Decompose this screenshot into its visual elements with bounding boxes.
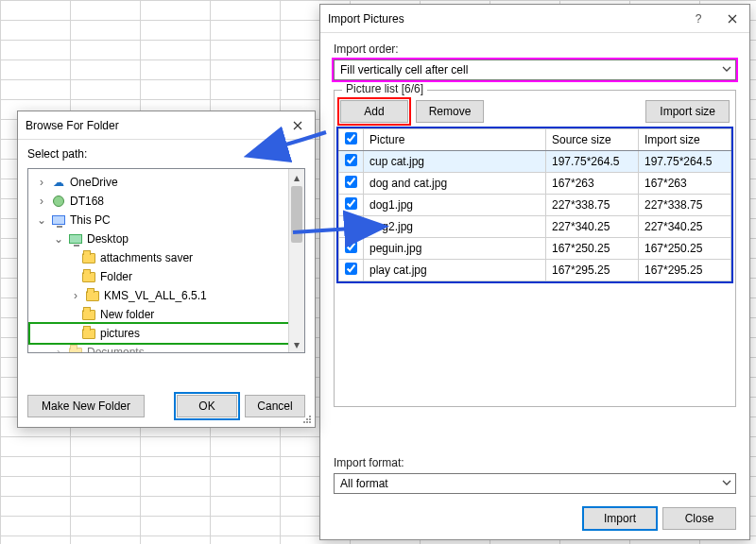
tree-label: Documents [87,346,145,353]
select-path-label: Select path: [27,147,305,161]
cancel-button[interactable]: Cancel [245,395,305,417]
scroll-up-icon[interactable]: ▴ [289,169,304,185]
col-source[interactable]: Source size [546,129,639,151]
tree-node-user[interactable]: › DT168 [30,192,302,211]
resize-grip-icon[interactable] [301,414,313,425]
tree-label: This PC [70,213,111,227]
folder-icon [81,269,96,284]
cell-source: 167*263 [546,173,639,195]
row-checkbox[interactable] [345,176,357,188]
tree-label: pictures [100,327,140,340]
import-size-button[interactable]: Import size [645,100,730,123]
expand-icon[interactable]: › [70,289,81,302]
cell-picture: dog1.jpg [364,195,546,216]
scrollbar[interactable]: ▴ ▾ [288,169,304,352]
ok-button[interactable]: OK [177,395,237,417]
import-format-dropdown[interactable]: All format [334,473,736,494]
collapse-icon[interactable]: ⌄ [36,213,47,227]
tree-node-onedrive[interactable]: › ☁ OneDrive [30,173,302,192]
titlebar[interactable]: Import Pictures ? [320,5,749,33]
tree-label: New folder [100,308,154,321]
expand-icon[interactable]: › [36,195,47,208]
cell-source: 197.75*264.5 [546,151,639,173]
tree-node-documents[interactable]: › Documents [30,343,302,353]
folder-icon [81,326,96,341]
cell-source: 227*340.25 [546,216,639,238]
collapse-icon[interactable]: ⌄ [53,232,64,246]
cell-source: 227*338.75 [546,195,639,216]
scroll-down-icon[interactable]: ▾ [289,336,304,352]
table-row[interactable]: cup cat.jpg 197.75*264.5 197.75*264.5 [339,151,731,173]
import-order-label: Import order: [334,42,736,56]
tree-node-thispc[interactable]: ⌄ This PC [30,211,302,230]
svg-rect-0 [309,416,311,417]
tree-node[interactable]: › KMS_VL_ALL_6.5.1 [30,286,302,305]
table-row[interactable]: dog and cat.jpg 167*263 167*263 [339,173,731,195]
onedrive-icon: ☁ [51,175,66,190]
close-icon[interactable] [281,111,315,140]
chevron-down-icon [722,477,731,490]
make-new-folder-button[interactable]: Make New Folder [27,395,145,417]
row-checkbox[interactable] [345,219,357,231]
import-button[interactable]: Import [583,507,657,530]
tree-node-pictures[interactable]: pictures [30,324,302,343]
tree-node-desktop[interactable]: ⌄ Desktop [30,230,302,248]
expand-icon[interactable]: › [53,346,64,353]
cell-import: 167*295.25 [639,260,731,281]
svg-rect-1 [306,418,308,420]
folder-tree[interactable]: › ☁ OneDrive › DT168 ⌄ This PC ⌄ [27,168,305,353]
browse-for-folder-dialog: Browse For Folder Select path: › ☁ OneDr… [17,110,316,428]
import-format-label: Import format: [334,456,723,469]
cell-import: 167*263 [639,173,731,195]
select-all-checkbox[interactable] [345,132,357,144]
cell-picture: peguin.jpg [364,238,546,260]
tree-label: DT168 [70,195,104,208]
import-order-dropdown[interactable]: Fill vertically cell after cell [334,60,736,80]
tree-label: KMS_VL_ALL_6.5.1 [104,289,207,302]
row-checkbox[interactable] [345,154,357,166]
row-checkbox[interactable] [345,263,357,275]
remove-button[interactable]: Remove [416,100,484,123]
computer-icon [51,212,66,228]
picture-list-group: Picture list [6/6] Add Remove Import siz… [334,90,736,407]
desktop-icon [68,231,83,246]
table-row[interactable]: play cat.jpg 167*295.25 167*295.25 [339,260,731,281]
cell-source: 167*250.25 [546,238,639,260]
header-checkbox-cell[interactable] [339,129,364,151]
svg-rect-5 [309,421,311,423]
picture-table: Picture Source size Import size cup cat.… [338,128,731,281]
add-button[interactable]: Add [340,100,408,123]
cell-import: 167*250.25 [639,238,731,260]
tree-node[interactable]: attachments saver [30,248,302,267]
import-format-value: All format [340,477,388,490]
cell-import: 227*340.25 [639,216,731,238]
titlebar[interactable]: Browse For Folder [18,111,315,140]
tree-label: OneDrive [70,176,118,189]
row-checkbox[interactable] [345,197,357,210]
import-pictures-dialog: Import Pictures ? Import order: Fill ver… [319,4,750,540]
tree-node[interactable]: Folder [30,267,302,286]
table-row[interactable]: dog1.jpg 227*338.75 227*338.75 [339,195,731,216]
folder-icon [81,250,96,265]
tree-label: Desktop [87,232,129,246]
import-order-value: Fill vertically cell after cell [340,63,468,76]
folder-icon [85,288,100,303]
expand-icon[interactable]: › [36,176,47,189]
tree-label: Folder [100,270,132,283]
dialog-title: Import Pictures [328,12,681,26]
help-button[interactable]: ? [681,5,715,33]
scroll-thumb[interactable] [291,186,302,243]
user-icon [51,194,66,209]
cell-picture: play cat.jpg [364,260,546,281]
picture-list-legend: Picture list [6/6] [342,82,427,95]
col-picture[interactable]: Picture [364,129,546,151]
close-button[interactable]: Close [662,507,736,530]
table-row[interactable]: dog2.jpg 227*340.25 227*340.25 [339,216,731,238]
table-row[interactable]: peguin.jpg 167*250.25 167*250.25 [339,238,731,260]
cell-source: 167*295.25 [546,260,639,281]
tree-node[interactable]: New folder [30,305,302,324]
chevron-down-icon [722,63,731,76]
close-icon[interactable] [715,5,749,33]
row-checkbox[interactable] [345,241,357,253]
col-import[interactable]: Import size [639,129,731,151]
